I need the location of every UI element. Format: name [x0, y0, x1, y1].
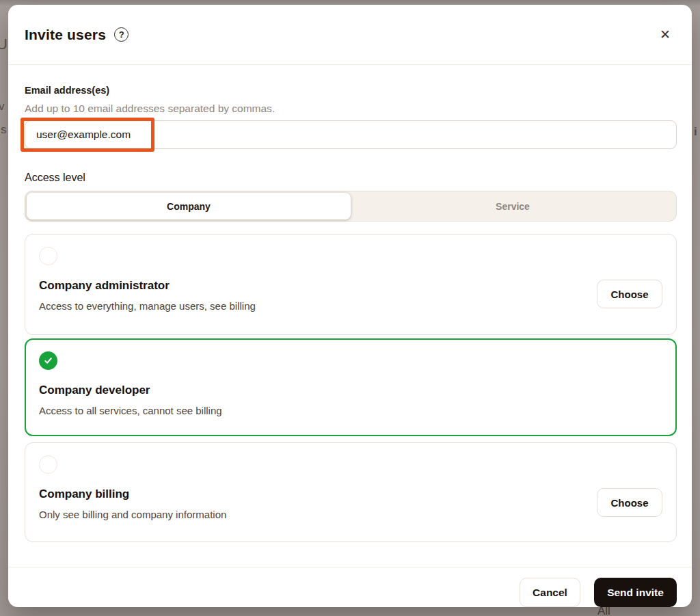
tab-service[interactable]: Service [351, 193, 675, 219]
option-description: Only see billing and company information [39, 508, 662, 522]
tab-service-label: Service [496, 201, 530, 212]
invite-users-dialog: Invite users ? ✕ Email address(es) Add u… [8, 5, 692, 607]
close-icon[interactable]: ✕ [656, 26, 674, 44]
option-title: Company developer [39, 383, 662, 398]
option-company-developer[interactable]: Company developer Access to all services… [25, 338, 677, 436]
choose-button-administrator[interactable]: Choose [597, 280, 662, 308]
tab-company-label: Company [167, 201, 211, 212]
check-circle-icon[interactable] [39, 351, 57, 370]
access-level-label: Access level [25, 170, 677, 185]
cancel-button[interactable]: Cancel [520, 578, 580, 607]
email-field-helper: Add up to 10 email addresses separated b… [25, 101, 677, 116]
email-field-label: Email address(es) [25, 83, 677, 97]
dialog-footer: Cancel Send invite [8, 567, 692, 607]
dialog-title: Invite users [25, 27, 106, 43]
option-company-administrator[interactable]: Company administrator Access to everythi… [25, 234, 677, 335]
background-text-fragment: v [0, 100, 5, 113]
choose-button-billing[interactable]: Choose [597, 488, 662, 517]
background-text-fragment: U [0, 36, 8, 53]
option-title: Company billing [39, 487, 662, 502]
option-description: Access to all services, cannot see billi… [39, 404, 662, 418]
access-level-tabs: Company Service [25, 191, 677, 222]
email-input[interactable] [25, 120, 677, 149]
help-icon[interactable]: ? [114, 27, 129, 42]
radio-unchecked-icon[interactable] [39, 455, 57, 474]
dialog-body: Email address(es) Add up to 10 email add… [8, 65, 692, 549]
tab-company[interactable]: Company [27, 193, 351, 219]
option-company-billing[interactable]: Company billing Only see billing and com… [25, 442, 677, 542]
background-text-fragment: i [694, 125, 697, 139]
background-text-fragment: s [1, 123, 7, 137]
send-invite-button[interactable]: Send invite [594, 578, 677, 607]
dialog-header: Invite users ? ✕ [8, 5, 692, 65]
option-description: Access to everything, manage users, see … [39, 299, 662, 313]
radio-unchecked-icon[interactable] [39, 247, 57, 265]
option-title: Company administrator [39, 278, 662, 293]
